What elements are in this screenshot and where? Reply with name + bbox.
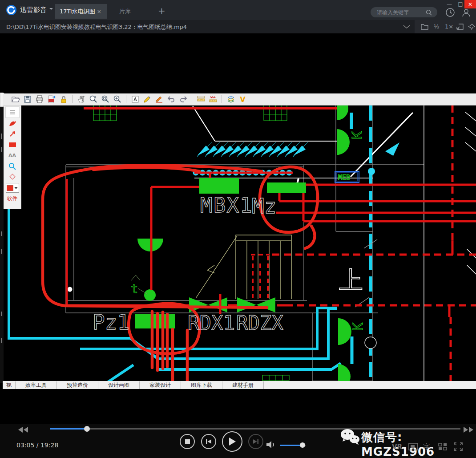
svg-text:RDX1: RDX1 [188,312,235,334]
tab-current-video[interactable]: 17Ti水电识图 × [55,4,107,19]
subtitle-button[interactable]: 字 [423,442,430,452]
snapshot-frame-icon[interactable] [408,443,418,450]
progress-fill [50,428,87,430]
minimize-button[interactable]: — [445,1,453,8]
search-input[interactable] [376,9,426,16]
next-icon [253,438,259,445]
brush-icon[interactable] [154,95,164,104]
svg-text:RDZX: RDZX [236,312,283,334]
menu-item[interactable]: 预算造价 [57,381,98,389]
marker-tool-icon[interactable] [6,118,19,129]
folder-icon[interactable] [421,24,428,30]
layers-icon[interactable] [226,95,235,104]
maximize-button[interactable]: □ [456,1,464,8]
play-icon [228,437,236,446]
open-icon[interactable] [11,95,20,104]
app-menu-caret-icon[interactable] [49,8,53,12]
playlist-grid-icon[interactable] [438,443,447,450]
tab-library[interactable]: 片库 [115,4,135,19]
speed-half-button[interactable]: ½ [434,23,440,30]
app-name[interactable]: 迅雷影音 [20,6,47,14]
svg-text:MEB: MEB [338,174,350,182]
new-tab-button[interactable]: + [158,6,165,15]
time-display: 03:05 / 19:28 [16,442,58,449]
svg-text:K: K [350,323,366,331]
file-path: D:\DD\17Ti水电识图安装视频教程电气识图3.22：电气图纸总结.mp4 [6,23,187,31]
svg-text:t: t [131,282,138,296]
pan-icon[interactable] [77,95,86,104]
cad-bottom-menu: 视 效率工具 预算造价 设计画图 家装设计 图库下载 建材手册 [3,381,476,389]
volume-handle[interactable] [300,442,305,448]
menu-item[interactable]: 图库下载 [181,381,222,389]
fullscreen-icon[interactable] [454,442,463,451]
measure-icon[interactable] [196,95,206,104]
cad-left-strip [0,105,4,383]
search-icon[interactable] [426,9,432,16]
menu-item[interactable]: 视 [3,381,16,389]
user-icon[interactable] [461,7,472,18]
next-button[interactable] [248,434,263,449]
rectangle-tool-icon[interactable] [6,139,19,150]
svg-text:上: 上 [339,266,363,294]
cad-sidebar: AA 软件 [4,105,21,209]
cad-door-dot [68,287,73,292]
menu-item[interactable]: 建材手册 [222,381,264,389]
redo-icon[interactable] [178,95,188,104]
pin-icon[interactable] [468,24,475,30]
skip-back-icon[interactable] [18,427,29,433]
previous-button[interactable] [201,434,216,449]
tab-label: 17Ti水电识图 [60,8,95,16]
menu-item[interactable]: 效率工具 [16,381,57,389]
cad-pipe-break [365,337,376,349]
snapshot-icon[interactable] [456,24,464,30]
vr-button[interactable]: VR [392,443,402,451]
volume-icon[interactable] [266,440,276,449]
play-button[interactable] [222,431,242,452]
cad-cyan-node [368,168,375,175]
sidebar-watermark: 软件 [7,195,18,203]
previous-icon [206,438,212,445]
cad-drawing: MEB t MBX1 Mz P [0,105,476,383]
path-bar: D:\DD\17Ti水电识图安装视频教程电气识图3.22：电气图纸总结.mp4 … [0,20,476,33]
svg-text:Mz: Mz [252,194,276,218]
cad-toolbar: V [3,93,476,105]
close-button[interactable]: ✕ [464,0,476,8]
volume-fill [280,445,302,446]
color-swatch[interactable] [6,182,19,194]
app-logo-icon[interactable] [6,4,17,16]
panel-menu-icon[interactable] [5,106,20,118]
player-window: 迅雷影音 17Ti水电识图 × 片库 + — □ ✕ [0,0,476,458]
zoom-icon[interactable] [89,95,98,104]
progress-handle[interactable] [84,426,90,432]
pencil-icon[interactable] [142,95,152,104]
chevron-down-icon[interactable] [403,25,410,29]
search-box[interactable] [371,7,437,17]
print-icon[interactable] [35,95,44,104]
measure-continuous-icon[interactable] [208,95,218,104]
arrow-tool-icon[interactable] [6,129,19,139]
menu-item[interactable]: 设计画图 [98,381,140,389]
speed-normal-button[interactable]: 1× [445,23,453,30]
zoom-extents-icon[interactable] [113,95,122,104]
svg-text:K: K [349,131,365,139]
stop-button[interactable] [180,434,195,449]
diamond-tool-icon[interactable] [6,171,19,182]
swatch-dropdown-icon [14,186,18,189]
undo-icon[interactable] [166,95,176,104]
wechat-icon [340,428,360,445]
svg-text:Pz1: Pz1 [93,310,129,334]
save-icon[interactable] [23,95,32,104]
text-tool-icon[interactable]: AA [6,150,19,161]
svg-text:MBX1: MBX1 [200,193,253,217]
title-bar: 迅雷影音 17Ti水电识图 × 片库 + — □ ✕ [0,0,476,20]
zoom-tool-icon[interactable] [6,161,19,171]
tab-close-icon[interactable]: × [97,8,101,15]
v-logo-icon[interactable]: V [238,95,247,104]
text-annotate-icon[interactable] [130,95,140,104]
history-icon[interactable] [445,7,456,18]
lock-icon[interactable] [59,95,68,104]
menu-item[interactable]: 家装设计 [140,381,181,389]
zoom-window-icon[interactable] [101,95,110,104]
export-pdf-icon[interactable] [47,95,56,104]
